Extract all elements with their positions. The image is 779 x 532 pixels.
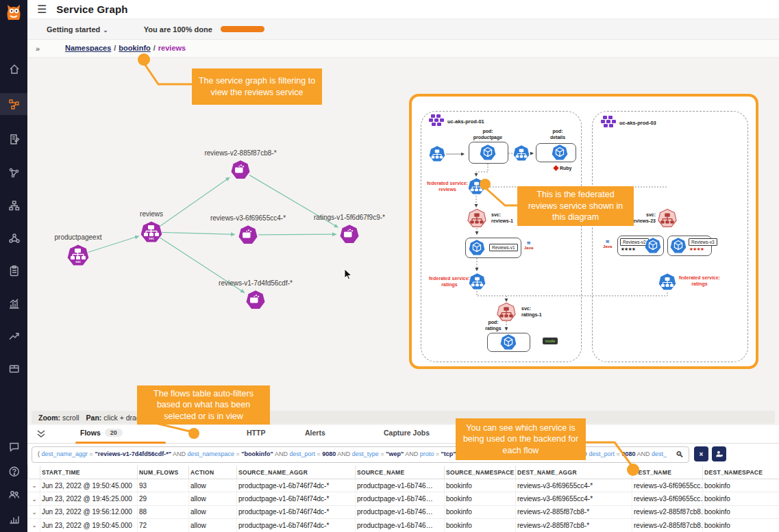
cell-source_namespace: bookinfo [444,492,515,505]
search-icon[interactable]: 🔍︎ [676,450,684,459]
expand-panel-icon[interactable]: » [32,42,44,55]
graph-node-reviews[interactable]: svc [140,220,163,244]
cell-num_flows: 93 [137,479,188,492]
cell-dest_name_aggr: reviews-v2-885f87cb8-* [515,506,632,518]
federated-reviews-label: federated service: reviews [423,181,471,193]
pod-cube-icon [479,144,497,162]
cell-num_flows: 72 [137,519,188,531]
flow-row-3[interactable]: ⌄Jun 23, 2022 @ 19:50:45.00072allowprodu… [27,519,779,532]
app-header: ☰ Service Graph [27,0,779,19]
sidebar-item-clusters[interactable] [0,227,27,249]
flows-tabs-row: Flows20 HTTP Alerts Capture Jobs [27,425,779,444]
column-header-dest_name[interactable]: DEST_NAME [632,466,702,479]
tab-flows[interactable]: Flows20 [80,429,123,437]
cell-num_flows: 88 [137,506,188,518]
reviews-v2-stars: ★★★★ [621,246,635,252]
tab-alerts[interactable]: Alerts [305,429,325,437]
column-header-source_namespace[interactable]: SOURCE_NAMESPACE [444,466,515,479]
flows-query-input[interactable]: ( dest_name_aggr = "reviews-v1-7d4fd56cd… [32,446,689,463]
cell-dest_name_aggr: reviews-v2-885f87cb8-* [515,519,632,531]
flow-row-0[interactable]: ⌄Jun 23, 2022 @ 19:50:45.00093allowprodu… [27,479,779,492]
svc-reviews1-label: svc: reviews-1 [491,212,513,225]
column-header-num_flows[interactable]: NUM_FLOWS [137,466,188,479]
reviews-v3-chip: Reviews-v3 [689,238,717,246]
breadcrumb-link-namespaces[interactable]: Namespaces [65,44,111,52]
sidebar-item-tree-view[interactable] [0,194,27,216]
column-header-dest_namespace[interactable]: DEST_NAMESPACE [702,466,779,479]
sidebar-item-compliance-clipboard[interactable] [0,259,27,281]
breadcrumb-bar: » Namespaces/bookinfo/reviews [27,40,779,58]
graph-node-label-ratings-v1: ratings-v1-5f6d67f9c9-* [291,214,408,221]
pod-ratings-label: pod: ratings [478,320,509,332]
getting-started-dropdown[interactable]: Getting started⌄ [47,25,108,34]
column-header-start_time[interactable]: START_TIME [40,466,137,479]
flow-visualization-icon [8,167,20,179]
double-chevron-down-icon[interactable] [36,429,47,440]
hamburger-menu-icon[interactable]: ☰ [37,4,47,15]
graph-node-reviews-v1[interactable] [245,290,266,310]
pod-details-label: pod: details [534,129,582,141]
query-token: dest_name_aggr [42,451,88,457]
activity-chart-icon [8,298,20,309]
home-icon [8,63,20,75]
page-title: Service Graph [56,3,127,15]
cell-source_namespace: bookinfo [444,506,515,518]
sidebar-item-help[interactable] [0,460,27,482]
query-token: "wep" [386,451,404,457]
sidebar-item-users[interactable] [0,483,27,505]
query-token: ( [38,451,40,457]
query-token: = [380,451,384,457]
breadcrumb-link-bookinfo[interactable]: bookinfo [119,44,150,52]
query-token: = [317,451,320,457]
query-token: AND [337,451,350,457]
flow-row-1[interactable]: ⌄Jun 23, 2022 @ 19:45:25.00029allowprodu… [27,492,779,505]
left-nav-sidebar [0,0,27,532]
graph-node-label-reviews-v1: reviews-v1-7d4fd56cdf-* [197,279,314,287]
sidebar-item-policies[interactable] [0,128,27,150]
sidebar-item-trends[interactable] [0,325,27,346]
flow-row-2[interactable]: ⌄Jun 23, 2022 @ 19:56:12.00088allowprodu… [27,506,779,519]
sidebar-item-service-graph[interactable] [0,93,27,115]
tab-http[interactable]: HTTP [247,429,265,437]
sidebar-item-flow-visualization[interactable] [0,162,27,183]
sidebar-item-home[interactable] [0,58,27,79]
sidebar-item-chat-bubble[interactable] [0,435,27,457]
svc-reviews1-icon [467,208,487,229]
graph-node-reviews-v2[interactable] [230,160,251,180]
cell-dest_name_aggr: reviews-v3-6f69655cc4-* [515,492,632,505]
column-header-source_name[interactable]: SOURCE_NAME [355,466,444,479]
federated-reviews-service-icon [467,177,486,196]
column-header-dest_name_aggr[interactable]: DEST_NAME_AGGR [515,466,632,479]
sidebar-item-activity-chart[interactable] [0,292,27,314]
cell-action: allow [188,492,236,505]
graph-node-reviews-v3[interactable] [238,225,258,245]
clear-filter-button[interactable]: × [694,446,708,461]
sidebar-item-archive-box[interactable] [0,357,27,379]
user-settings-button[interactable] [712,446,726,461]
service-icon-blue [428,145,446,163]
query-token: = [617,451,620,457]
row-expand-icon[interactable]: ⌄ [27,506,40,518]
row-expand-icon[interactable]: ⌄ [27,519,40,531]
row-expand-icon[interactable]: ⌄ [27,479,40,492]
query-token: = [436,451,439,457]
query-token: AND [636,451,650,457]
graph-node-productpageext[interactable]: svc [66,244,90,267]
graph-node-ratings-v1[interactable] [339,224,360,244]
cell-source_name: productpage-v1-6b746… [355,519,444,531]
tab-capture-jobs[interactable]: Capture Jobs [384,429,430,437]
row-expand-icon[interactable]: ⌄ [27,492,40,505]
cell-dest_name: reviews-v2-885f87cb8… [632,519,702,531]
header-expand-spacer [27,466,40,479]
help-icon [8,466,20,477]
sidebar-item-usage-metrics[interactable] [0,507,27,529]
query-token: dest_type [352,451,379,457]
calico-cat-logo [3,2,24,23]
flows-table: START_TIMENUM_FLOWSACTIONSOURCE_NAME_AGG… [27,466,779,532]
cell-source_name_aggr: productpage-v1-6b746f74dc-* [236,519,355,531]
column-header-source_name_aggr[interactable]: SOURCE_NAME_AGGR [236,466,355,479]
column-header-action[interactable]: ACTION [188,466,236,479]
cell-dest_namespace: bookinfo [702,506,779,518]
cell-start_time: Jun 23, 2022 @ 19:56:12.000 [40,506,137,518]
federated-ratings-service-icon [468,273,486,291]
